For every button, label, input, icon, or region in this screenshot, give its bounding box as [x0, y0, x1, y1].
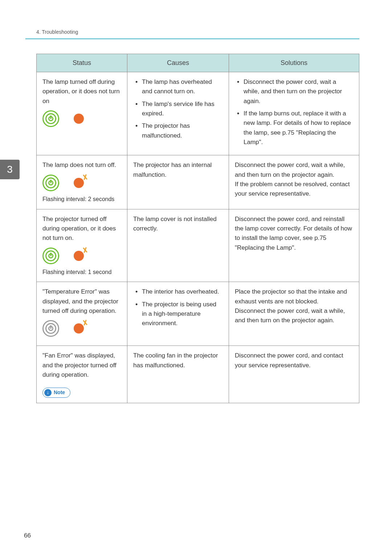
th-status: Status [37, 54, 127, 72]
status-text: The lamp does not turn off. [42, 160, 121, 170]
table-row: The projector turned off during operatio… [37, 209, 359, 282]
solutions-text: Disconnect the power cord, wait a while,… [235, 160, 353, 199]
status-icons [42, 110, 121, 127]
power-icon [42, 110, 59, 127]
solutions-list: Disconnect the power cord, wait a while,… [235, 77, 353, 147]
note-arrow-icon: ↓ [44, 389, 52, 396]
solutions-text: Disconnect the power cord, and reinstall… [235, 214, 353, 253]
power-icon [42, 175, 59, 191]
status-text: "Temperature Error" was displayed, and t… [42, 287, 121, 316]
th-solutions: Solutions [229, 54, 359, 72]
solutions-text: Place the projector so that the intake a… [235, 287, 353, 325]
list-item: The lamp's service life has expired. [135, 99, 223, 119]
list-item: Disconnect the power cord, wait a while,… [236, 77, 353, 106]
status-text: The projector turned off during operatio… [42, 214, 121, 243]
solutions-text: Disconnect the power cord, and contact y… [235, 351, 353, 370]
status-icons [42, 320, 121, 337]
page-number: 66 [24, 532, 31, 539]
led-flash-icon [74, 323, 84, 334]
table-row: "Fan Error" was displayed, and the proje… [37, 346, 359, 403]
causes-text: The lamp cover is not installed correctl… [133, 214, 223, 234]
led-flash-icon [74, 178, 84, 188]
page-content: 4. Troubleshooting Status Causes Solutio… [0, 0, 392, 425]
power-icon [42, 248, 59, 264]
list-item: The projector is being used in a high-te… [135, 300, 223, 328]
th-causes: Causes [127, 54, 229, 72]
note-badge: ↓ Note [42, 388, 70, 398]
causes-text: The projector has an internal malfunctio… [133, 160, 223, 180]
causes-list: The lamp has overheated and cannot turn … [133, 77, 223, 140]
troubleshoot-table: Status Causes Solutions The lamp turned … [36, 54, 359, 403]
page-header: 4. Troubleshooting [25, 29, 359, 39]
note-label: Note [54, 389, 65, 397]
sparkle-icon [82, 247, 88, 254]
status-text: "Fan Error" was displayed, and the proje… [42, 351, 121, 380]
table-row: The lamp turned off during operation, or… [37, 72, 359, 155]
sparkle-icon [82, 174, 88, 181]
list-item: The interior has overheated. [135, 287, 223, 297]
causes-list: The interior has overheated. The project… [133, 287, 223, 328]
list-item: The projector has malfunctioned. [135, 121, 223, 140]
status-footnote: Flashing interval: 1 second [42, 268, 121, 277]
led-flash-icon [74, 251, 84, 261]
power-icon [42, 320, 59, 337]
table-row: "Temperature Error" was displayed, and t… [37, 282, 359, 346]
status-icons [42, 248, 121, 264]
table-row: The lamp does not turn off. Flashing int… [37, 155, 359, 209]
led-solid-icon [74, 114, 84, 124]
sparkle-icon [82, 320, 88, 326]
causes-text: The cooling fan in the projector has mal… [133, 351, 223, 370]
list-item: If the lamp burns out, replace it with a… [236, 109, 353, 147]
status-footnote: Flashing interval: 2 seconds [42, 195, 121, 204]
status-icons [42, 175, 121, 191]
status-text: The lamp turned off during operation, or… [42, 77, 121, 106]
list-item: The lamp has overheated and cannot turn … [135, 77, 223, 97]
